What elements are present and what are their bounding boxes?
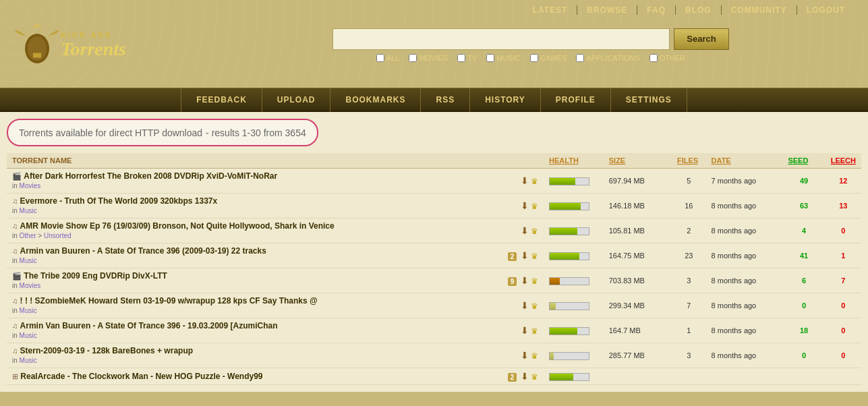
nav-blog[interactable]: BLOG bbox=[676, 5, 722, 15]
nav-settings[interactable]: SETTINGS bbox=[611, 88, 687, 112]
crown-icon[interactable]: ♛ bbox=[531, 326, 538, 336]
nav-profile[interactable]: PROFILE bbox=[541, 88, 611, 112]
torrent-name-link[interactable]: The Tribe 2009 Eng DVDRip DivX-LTT bbox=[24, 271, 167, 281]
torrent-name-link[interactable]: Armin Van Buuren - A State Of Trance 396… bbox=[20, 321, 278, 330]
torrent-name-link[interactable]: After Dark Horrorfest The Broken 2008 DV… bbox=[24, 171, 277, 181]
category-link[interactable]: Music bbox=[20, 257, 37, 264]
health-fill bbox=[550, 253, 579, 260]
col-name: TORRENT NAME bbox=[7, 153, 475, 169]
torrent-name-link[interactable]: Armin van Buuren - A State Of Trance 396… bbox=[20, 246, 266, 256]
table-row: ♫ Armin van Buuren - A State Of Trance 3… bbox=[7, 243, 861, 268]
category-link[interactable]: Movies bbox=[20, 182, 41, 190]
files-cell: 23 bbox=[672, 243, 706, 268]
category-link[interactable]: Other bbox=[20, 232, 36, 239]
col-seed[interactable]: SEED bbox=[782, 153, 825, 169]
col-leech[interactable]: LEECH bbox=[826, 153, 861, 169]
health-bar bbox=[549, 202, 589, 210]
table-row: ♫ AMR Movie Show Ep 76 (19/03/09) Bronso… bbox=[7, 219, 861, 243]
health-fill bbox=[550, 353, 554, 359]
search-button[interactable]: Search bbox=[674, 28, 728, 50]
app-icon: ⊞ bbox=[12, 372, 18, 380]
files-cell: 5 bbox=[672, 169, 706, 194]
search-input[interactable] bbox=[332, 28, 670, 50]
size-cell: 164.7 MB bbox=[604, 318, 672, 343]
category-link[interactable]: Music bbox=[20, 332, 37, 339]
size-cell: 697.94 MB bbox=[604, 169, 672, 194]
search-filters: ALL MOVIES TV MUSIC bbox=[376, 54, 685, 62]
nav-latest[interactable]: LATEST bbox=[523, 5, 578, 15]
category-link[interactable]: Music bbox=[20, 307, 37, 314]
actions-cell: ⬇ ♛ bbox=[475, 343, 544, 368]
torrent-list: 🎬 After Dark Horrorfest The Broken 2008 … bbox=[7, 169, 861, 385]
filter-movies[interactable]: MOVIES bbox=[409, 54, 448, 62]
filter-other-checkbox[interactable] bbox=[649, 54, 658, 62]
download-icon[interactable]: ⬇ bbox=[521, 371, 529, 382]
download-icon[interactable]: ⬇ bbox=[521, 350, 529, 361]
filter-all-checkbox[interactable] bbox=[376, 54, 384, 62]
category-link[interactable]: Music bbox=[20, 357, 37, 364]
filter-applications-checkbox[interactable] bbox=[576, 54, 584, 62]
film-icon: 🎬 bbox=[12, 272, 22, 280]
leech-cell: 7 bbox=[826, 268, 861, 293]
nav-bookmarks[interactable]: BOOKMARKS bbox=[330, 88, 421, 112]
download-icon[interactable]: ⬇ bbox=[521, 250, 529, 261]
comment-badge: 2 bbox=[508, 252, 517, 261]
filter-music[interactable]: MUSIC bbox=[486, 54, 520, 62]
crown-icon[interactable]: ♛ bbox=[531, 277, 538, 286]
category2-link[interactable]: Unsorted bbox=[44, 232, 71, 239]
nav-logout[interactable]: LOGOUT bbox=[797, 5, 855, 15]
col-files[interactable]: FILES bbox=[672, 153, 706, 169]
filter-movies-checkbox[interactable] bbox=[409, 54, 417, 62]
nav-upload[interactable]: UPLOAD bbox=[262, 88, 331, 112]
torrent-name-link[interactable]: ! ! ! SZombieMeK Howard Stern 03-19-09 w… bbox=[20, 296, 318, 306]
crown-icon[interactable]: ♛ bbox=[531, 301, 538, 311]
crown-icon[interactable]: ♛ bbox=[531, 177, 538, 186]
filter-applications[interactable]: APPLICATIONS bbox=[576, 54, 639, 62]
torrent-name-link[interactable]: Stern-2009-03-19 - 128k BareBones + wrap… bbox=[20, 346, 193, 355]
torrent-name-link[interactable]: AMR Movie Show Ep 76 (19/03/09) Bronson,… bbox=[20, 221, 335, 231]
filter-games-checkbox[interactable] bbox=[530, 54, 538, 62]
category-link[interactable]: Movies bbox=[20, 282, 41, 289]
download-icon[interactable]: ⬇ bbox=[521, 225, 529, 236]
download-icon[interactable]: ⬇ bbox=[521, 200, 529, 211]
filter-other[interactable]: OTHER bbox=[649, 54, 686, 62]
nav-browse[interactable]: BROWSE bbox=[577, 5, 637, 15]
svg-rect-5 bbox=[38, 53, 41, 58]
leech-cell: 0 bbox=[826, 219, 861, 243]
seed-cell bbox=[782, 368, 825, 385]
torrent-name-link[interactable]: Evermore - Truth Of The World 2009 320kb… bbox=[20, 196, 218, 206]
crown-icon[interactable]: ♛ bbox=[531, 351, 538, 361]
crown-icon[interactable]: ♛ bbox=[531, 227, 538, 236]
col-date[interactable]: DATE bbox=[706, 153, 783, 169]
download-icon[interactable]: ⬇ bbox=[521, 175, 529, 186]
torrent-name-link[interactable]: RealArcade - The Clockwork Man - New HOG… bbox=[20, 372, 262, 381]
nav-faq[interactable]: FAQ bbox=[637, 5, 676, 15]
filter-tv-checkbox[interactable] bbox=[457, 54, 465, 62]
col-size[interactable]: SIZE bbox=[604, 153, 672, 169]
download-icon[interactable]: ⬇ bbox=[521, 275, 529, 286]
crown-icon[interactable]: ♛ bbox=[531, 372, 538, 382]
crown-icon[interactable]: ♛ bbox=[531, 202, 538, 211]
film-icon: 🎬 bbox=[12, 172, 22, 180]
actions-cell: 2 ⬇ ♛ bbox=[475, 368, 544, 385]
download-icon[interactable]: ⬇ bbox=[521, 300, 529, 311]
files-cell: 16 bbox=[672, 194, 706, 219]
nav-community[interactable]: COMMUNITY bbox=[722, 5, 797, 15]
filter-music-checkbox[interactable] bbox=[486, 54, 494, 62]
music-icon: ♫ bbox=[12, 347, 18, 355]
nav-rss[interactable]: RSS bbox=[421, 88, 470, 112]
size-cell: 164.75 MB bbox=[604, 243, 672, 268]
download-icon[interactable]: ⬇ bbox=[521, 325, 529, 336]
nav-feedback[interactable]: FEEDBACK bbox=[181, 88, 262, 112]
date-cell: 8 months ago bbox=[706, 219, 783, 243]
nav-history[interactable]: HISTORY bbox=[470, 88, 541, 112]
health-fill bbox=[550, 328, 577, 335]
category-link[interactable]: Music bbox=[20, 207, 37, 214]
crown-icon[interactable]: ♛ bbox=[531, 252, 538, 261]
torrent-name-cell: ♫ Stern-2009-03-19 - 128k BareBones + wr… bbox=[7, 343, 475, 368]
col-health[interactable]: HEALTH bbox=[544, 153, 604, 169]
size-cell: 703.83 MB bbox=[604, 268, 672, 293]
filter-games[interactable]: GAMES bbox=[530, 54, 567, 62]
filter-tv[interactable]: TV bbox=[457, 54, 477, 62]
filter-all[interactable]: ALL bbox=[376, 54, 400, 62]
